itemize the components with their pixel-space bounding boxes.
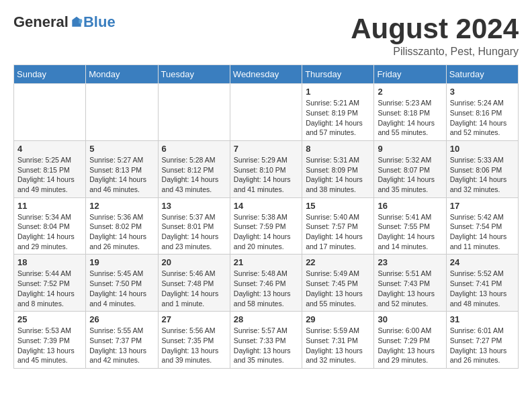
location-text: Pilisszanto, Pest, Hungary [351,46,519,58]
calendar-cell: 13Sunrise: 5:37 AM Sunset: 8:01 PM Dayli… [158,197,230,255]
day-info: Sunrise: 5:34 AM Sunset: 8:04 PM Dayligh… [17,212,82,252]
day-info: Sunrise: 5:25 AM Sunset: 8:15 PM Dayligh… [17,155,82,195]
calendar-cell: 9Sunrise: 5:32 AM Sunset: 8:07 PM Daylig… [374,140,446,197]
day-number: 13 [162,201,226,211]
logo: General Blue [13,13,116,31]
day-info: Sunrise: 5:56 AM Sunset: 7:35 PM Dayligh… [162,326,226,365]
week-row-1: 1Sunrise: 5:21 AM Sunset: 8:19 PM Daylig… [14,84,519,141]
day-number: 24 [450,257,515,267]
day-info: Sunrise: 5:29 AM Sunset: 8:10 PM Dayligh… [234,155,298,195]
calendar-cell: 27Sunrise: 5:56 AM Sunset: 7:35 PM Dayli… [158,312,230,369]
logo-icon [70,15,83,29]
day-info: Sunrise: 5:32 AM Sunset: 8:07 PM Dayligh… [378,155,442,195]
weekday-header-saturday: Saturday [446,65,518,84]
day-number: 9 [378,144,442,154]
day-info: Sunrise: 5:23 AM Sunset: 8:18 PM Dayligh… [378,98,442,138]
calendar-cell: 19Sunrise: 5:45 AM Sunset: 7:50 PM Dayli… [86,255,158,312]
calendar-cell: 8Sunrise: 5:31 AM Sunset: 8:09 PM Daylig… [302,140,374,197]
day-number: 27 [162,314,226,324]
calendar-cell [86,84,158,141]
title-section: August 2024 Pilisszanto, Pest, Hungary [351,13,519,58]
calendar-cell: 3Sunrise: 5:24 AM Sunset: 8:16 PM Daylig… [446,84,518,141]
day-info: Sunrise: 5:57 AM Sunset: 7:33 PM Dayligh… [234,326,298,365]
calendar-cell: 23Sunrise: 5:51 AM Sunset: 7:43 PM Dayli… [374,255,446,312]
calendar-cell: 6Sunrise: 5:28 AM Sunset: 8:12 PM Daylig… [158,140,230,197]
day-info: Sunrise: 5:45 AM Sunset: 7:50 PM Dayligh… [89,269,154,308]
calendar-cell: 16Sunrise: 5:41 AM Sunset: 7:55 PM Dayli… [374,197,446,255]
day-number: 5 [89,144,154,154]
day-info: Sunrise: 5:48 AM Sunset: 7:46 PM Dayligh… [234,269,298,308]
day-number: 3 [450,87,515,97]
day-number: 19 [89,257,154,267]
day-info: Sunrise: 5:52 AM Sunset: 7:41 PM Dayligh… [450,269,515,308]
day-info: Sunrise: 5:46 AM Sunset: 7:48 PM Dayligh… [162,269,226,308]
day-number: 10 [450,144,515,154]
page-header: General Blue August 2024 Pilisszanto, Pe… [13,13,519,58]
calendar-cell: 2Sunrise: 5:23 AM Sunset: 8:18 PM Daylig… [374,84,446,141]
calendar-cell: 15Sunrise: 5:40 AM Sunset: 7:57 PM Dayli… [302,197,374,255]
day-number: 26 [89,314,154,324]
day-info: Sunrise: 5:51 AM Sunset: 7:43 PM Dayligh… [378,269,442,308]
week-row-3: 11Sunrise: 5:34 AM Sunset: 8:04 PM Dayli… [14,197,519,255]
calendar-cell: 4Sunrise: 5:25 AM Sunset: 8:15 PM Daylig… [14,140,86,197]
logo-blue-text: Blue [83,13,116,31]
day-number: 25 [17,314,82,324]
calendar-cell: 18Sunrise: 5:44 AM Sunset: 7:52 PM Dayli… [14,255,86,312]
day-number: 18 [17,257,82,267]
calendar-cell: 14Sunrise: 5:38 AM Sunset: 7:59 PM Dayli… [230,197,302,255]
calendar-cell: 1Sunrise: 5:21 AM Sunset: 8:19 PM Daylig… [302,84,374,141]
day-info: Sunrise: 5:28 AM Sunset: 8:12 PM Dayligh… [162,155,226,195]
day-number: 30 [378,314,442,324]
calendar-cell: 11Sunrise: 5:34 AM Sunset: 8:04 PM Dayli… [14,197,86,255]
day-number: 12 [89,201,154,211]
day-number: 6 [162,144,226,154]
weekday-header-wednesday: Wednesday [230,65,302,84]
calendar-table: SundayMondayTuesdayWednesdayThursdayFrid… [13,64,519,369]
calendar-cell: 7Sunrise: 5:29 AM Sunset: 8:10 PM Daylig… [230,140,302,197]
day-number: 29 [306,314,370,324]
calendar-cell: 24Sunrise: 5:52 AM Sunset: 7:41 PM Dayli… [446,255,518,312]
week-row-2: 4Sunrise: 5:25 AM Sunset: 8:15 PM Daylig… [14,140,519,197]
day-info: Sunrise: 5:21 AM Sunset: 8:19 PM Dayligh… [306,98,370,138]
day-info: Sunrise: 5:31 AM Sunset: 8:09 PM Dayligh… [306,155,370,195]
day-number: 17 [450,201,515,211]
day-info: Sunrise: 5:44 AM Sunset: 7:52 PM Dayligh… [17,269,82,308]
weekday-header-monday: Monday [86,65,158,84]
day-number: 2 [378,87,442,97]
day-info: Sunrise: 6:01 AM Sunset: 7:27 PM Dayligh… [450,326,515,365]
calendar-cell: 21Sunrise: 5:48 AM Sunset: 7:46 PM Dayli… [230,255,302,312]
day-info: Sunrise: 5:41 AM Sunset: 7:55 PM Dayligh… [378,212,442,252]
weekday-header-tuesday: Tuesday [158,65,230,84]
calendar-cell: 17Sunrise: 5:42 AM Sunset: 7:54 PM Dayli… [446,197,518,255]
day-info: Sunrise: 6:00 AM Sunset: 7:29 PM Dayligh… [378,326,442,365]
day-number: 23 [378,257,442,267]
day-info: Sunrise: 5:37 AM Sunset: 8:01 PM Dayligh… [162,212,226,252]
calendar-cell: 12Sunrise: 5:36 AM Sunset: 8:02 PM Dayli… [86,197,158,255]
day-info: Sunrise: 5:24 AM Sunset: 8:16 PM Dayligh… [450,98,515,138]
month-title: August 2024 [351,13,519,44]
day-number: 31 [450,314,515,324]
calendar-cell: 10Sunrise: 5:33 AM Sunset: 8:06 PM Dayli… [446,140,518,197]
day-info: Sunrise: 5:59 AM Sunset: 7:31 PM Dayligh… [306,326,370,365]
day-info: Sunrise: 5:42 AM Sunset: 7:54 PM Dayligh… [450,212,515,252]
weekday-header-thursday: Thursday [302,65,374,84]
weekday-header-sunday: Sunday [14,65,86,84]
weekday-header-friday: Friday [374,65,446,84]
day-number: 4 [17,144,82,154]
day-info: Sunrise: 5:53 AM Sunset: 7:39 PM Dayligh… [17,326,82,365]
calendar-cell [158,84,230,141]
calendar-cell: 30Sunrise: 6:00 AM Sunset: 7:29 PM Dayli… [374,312,446,369]
day-number: 28 [234,314,298,324]
day-info: Sunrise: 5:33 AM Sunset: 8:06 PM Dayligh… [450,155,515,195]
day-number: 14 [234,201,298,211]
calendar-cell: 22Sunrise: 5:49 AM Sunset: 7:45 PM Dayli… [302,255,374,312]
day-info: Sunrise: 5:36 AM Sunset: 8:02 PM Dayligh… [89,212,154,252]
day-info: Sunrise: 5:49 AM Sunset: 7:45 PM Dayligh… [306,269,370,308]
day-info: Sunrise: 5:55 AM Sunset: 7:37 PM Dayligh… [89,326,154,365]
day-number: 15 [306,201,370,211]
weekday-header-row: SundayMondayTuesdayWednesdayThursdayFrid… [14,65,519,84]
calendar-cell [14,84,86,141]
calendar-cell [230,84,302,141]
day-info: Sunrise: 5:40 AM Sunset: 7:57 PM Dayligh… [306,212,370,252]
calendar-cell: 20Sunrise: 5:46 AM Sunset: 7:48 PM Dayli… [158,255,230,312]
